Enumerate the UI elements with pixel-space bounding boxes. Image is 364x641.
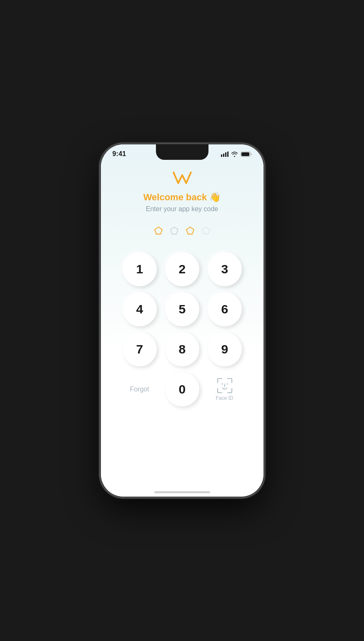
numpad-row-2: 4 5 6 [123, 292, 242, 326]
key-6[interactable]: 6 [208, 292, 242, 326]
pin-dot-4 [201, 226, 211, 235]
numpad-row-3: 7 8 9 [123, 332, 242, 366]
status-icons [221, 151, 252, 157]
pin-dot-1 [154, 226, 163, 235]
key-7[interactable]: 7 [123, 332, 157, 366]
status-bar: 9:41 [101, 144, 264, 158]
welcome-subtitle: Enter your app key code [146, 205, 218, 213]
battery-icon [241, 151, 252, 157]
welcome-title: Welcome back 👋 [143, 192, 221, 203]
key-8[interactable]: 8 [165, 332, 199, 366]
face-id-button[interactable]: Face ID [208, 372, 242, 406]
svg-rect-5 [241, 152, 249, 156]
screen: 9:41 [101, 144, 264, 497]
numpad-row-1: 1 2 3 [123, 252, 242, 286]
wifi-icon [231, 151, 238, 157]
face-id-label: Face ID [216, 395, 233, 401]
numpad-row-4: Forgot 0 [123, 372, 242, 406]
pin-dots [154, 226, 211, 235]
svg-rect-1 [223, 154, 224, 157]
app-logo [172, 170, 192, 185]
home-indicator [154, 491, 210, 493]
face-id-icon [217, 378, 233, 394]
phone-frame: 9:41 [101, 144, 264, 497]
svg-rect-2 [225, 152, 226, 157]
key-4[interactable]: 4 [123, 292, 157, 326]
numpad: 1 2 3 4 5 6 7 8 9 [123, 252, 242, 406]
forgot-label: Forgot [130, 386, 149, 393]
forgot-button[interactable]: Forgot [123, 372, 157, 406]
logo-container [172, 170, 192, 187]
key-0[interactable]: 0 [165, 372, 199, 406]
key-5[interactable]: 5 [165, 292, 199, 326]
svg-rect-0 [221, 154, 222, 157]
key-1[interactable]: 1 [123, 252, 157, 286]
key-3[interactable]: 3 [208, 252, 242, 286]
status-time: 9:41 [113, 150, 126, 158]
pin-dot-2 [170, 226, 179, 235]
pin-dot-3 [186, 226, 195, 235]
main-content: Welcome back 👋 Enter your app key code [101, 158, 264, 497]
svg-rect-3 [227, 151, 228, 157]
key-9[interactable]: 9 [208, 332, 242, 366]
signal-icon [221, 151, 228, 157]
key-2[interactable]: 2 [165, 252, 199, 286]
